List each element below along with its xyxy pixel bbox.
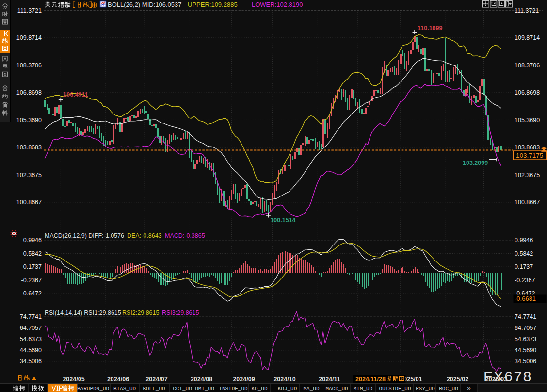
svg-text:2024/07: 2024/07 — [145, 376, 167, 383]
svg-text:2024/08: 2024/08 — [191, 376, 212, 383]
svg-text:MTM_UD: MTM_UD — [354, 386, 373, 392]
svg-text:54.6373: 54.6373 — [20, 336, 42, 343]
svg-text:2024/10: 2024/10 — [274, 376, 295, 383]
svg-text:0.9946: 0.9946 — [23, 237, 42, 244]
svg-text:KD_UD: KD_UD — [251, 386, 267, 392]
svg-text:-0.2367: -0.2367 — [21, 277, 42, 284]
svg-text:102.3675: 102.3675 — [16, 172, 42, 179]
svg-text:64.7057: 64.7057 — [20, 325, 42, 331]
svg-text:106.8698: 106.8698 — [515, 89, 540, 96]
svg-text:RSI(14,14,14) RSI1:29.8615: RSI(14,14,14) RSI1:29.8615 — [45, 310, 121, 316]
svg-text:102.3675: 102.3675 — [515, 172, 540, 179]
svg-text:108.3706: 108.3706 — [515, 62, 540, 69]
svg-text:103.7175: 103.7175 — [516, 152, 543, 159]
svg-text:2024/05: 2024/05 — [63, 376, 84, 383]
svg-text:-0.6681: -0.6681 — [515, 295, 536, 302]
svg-text:RSI2:29.8615: RSI2:29.8615 — [122, 310, 159, 316]
svg-text:103.2099: 103.2099 — [463, 160, 488, 166]
svg-text:0.5842: 0.5842 — [515, 250, 533, 257]
svg-text:64.7057: 64.7057 — [515, 325, 536, 331]
svg-text:PSY_UD: PSY_UD — [416, 386, 435, 392]
svg-text:100.1514: 100.1514 — [270, 217, 295, 224]
svg-text:2024/11: 2024/11 — [319, 376, 340, 383]
svg-text:ROC_UD: ROC_UD — [439, 386, 458, 392]
svg-text:108.3706: 108.3706 — [16, 62, 42, 69]
svg-text:»: » — [467, 384, 470, 392]
svg-text:BOLL_UD: BOLL_UD — [143, 386, 165, 392]
svg-text:103.8683: 103.8683 — [16, 144, 42, 151]
svg-text:0.9946: 0.9946 — [515, 237, 533, 244]
svg-text:-0.6472: -0.6472 — [21, 290, 42, 297]
svg-text:0.5842: 0.5842 — [23, 250, 42, 257]
svg-text:34.5006: 34.5006 — [515, 358, 536, 365]
svg-text:109.8714: 109.8714 — [16, 34, 42, 41]
svg-text:74.7741: 74.7741 — [20, 313, 42, 320]
svg-text:110.1699: 110.1699 — [418, 25, 442, 32]
svg-text:LOWER:102.8190: LOWER:102.8190 — [252, 1, 303, 8]
svg-text:OUTSIDE_UD: OUTSIDE_UD — [379, 386, 411, 392]
svg-text:100.8667: 100.8667 — [515, 199, 540, 206]
svg-text:111.3721: 111.3721 — [515, 7, 539, 14]
svg-text:44.5690: 44.5690 — [20, 347, 42, 354]
svg-text:106.4911: 106.4911 — [63, 91, 88, 98]
svg-text:100.8667: 100.8667 — [16, 199, 42, 206]
svg-text:2024/06: 2024/06 — [107, 376, 129, 383]
svg-text:KDJ_UD: KDJ_UD — [278, 386, 297, 392]
svg-text:103.8683: 103.8683 — [515, 144, 540, 151]
svg-text:CCI_UD: CCI_UD — [173, 386, 192, 392]
svg-text:MACD_UD: MACD_UD — [325, 386, 348, 392]
svg-text:111.3721: 111.3721 — [17, 7, 42, 14]
svg-text:MACD(26,12,9) DIFF:-1.0576: MACD(26,12,9) DIFF:-1.0576 — [45, 232, 124, 239]
svg-text:MA_UD: MA_UD — [303, 386, 319, 392]
svg-text:74.7741: 74.7741 — [515, 313, 536, 320]
svg-text:2024/09: 2024/09 — [233, 376, 255, 383]
svg-text:BIAS_UD: BIAS_UD — [113, 386, 136, 392]
svg-text:-0.2367: -0.2367 — [515, 277, 535, 284]
svg-text:2024/11/28: 2024/11/28 — [355, 376, 386, 383]
svg-text:54.6373: 54.6373 — [515, 336, 536, 343]
svg-text:109.8714: 109.8714 — [515, 34, 540, 41]
svg-text:105.3690: 105.3690 — [16, 117, 42, 124]
svg-text:0.1737: 0.1737 — [515, 263, 533, 270]
svg-text:RSI3:29.8615: RSI3:29.8615 — [162, 310, 199, 316]
svg-text:105.3690: 105.3690 — [515, 117, 540, 124]
svg-text:MACD:-0.3865: MACD:-0.3865 — [165, 232, 205, 239]
svg-text:34.5006: 34.5006 — [20, 358, 42, 365]
svg-text:FX678: FX678 — [483, 368, 532, 384]
svg-text:BARUPDN_UD: BARUPDN_UD — [77, 386, 109, 392]
svg-text:UPPER:109.2885: UPPER:109.2885 — [188, 1, 238, 8]
svg-text:INSIDE_UD: INSIDE_UD — [219, 386, 248, 392]
svg-text:DEA:-0.8643: DEA:-0.8643 — [127, 232, 162, 239]
svg-text:0.1737: 0.1737 — [23, 263, 42, 270]
svg-text:2025/02: 2025/02 — [447, 376, 468, 383]
svg-text:106.8698: 106.8698 — [16, 89, 42, 96]
svg-text:BOLL(26,2) MID:106.0537: BOLL(26,2) MID:106.0537 — [108, 1, 181, 8]
svg-text:44.5690: 44.5690 — [515, 347, 536, 354]
svg-text:DMI_UD: DMI_UD — [195, 386, 214, 392]
